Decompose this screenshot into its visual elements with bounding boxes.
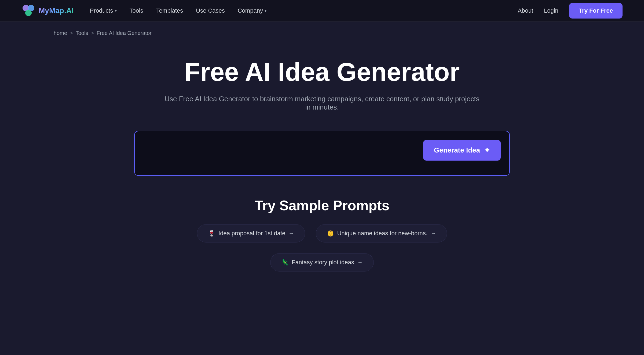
- prompt-emoji-fantasy: 🦎: [281, 259, 288, 266]
- prompt-text-names: Unique name ideas for new-borns.: [337, 230, 427, 237]
- nav-products[interactable]: Products ▾: [90, 7, 117, 14]
- sample-prompts-title: Try Sample Prompts: [255, 197, 390, 213]
- prompt-arrow-date: →: [289, 230, 294, 236]
- navbar-left: MyMap.AI Products ▾ Tools Templates Use …: [21, 4, 266, 18]
- page-subtitle: Use Free AI Idea Generator to brainstorm…: [161, 95, 483, 111]
- sparkle-icon: ✦: [484, 146, 490, 155]
- try-for-free-button[interactable]: Try For Free: [569, 3, 623, 19]
- prompt-emoji-date: 🍷: [208, 230, 215, 237]
- input-container: Generate Idea ✦: [134, 131, 510, 176]
- nav-templates[interactable]: Templates: [156, 7, 183, 14]
- breadcrumb-separator-1: >: [70, 30, 73, 36]
- logo-text: MyMap.AI: [39, 6, 74, 15]
- breadcrumb: home > Tools > Free AI Idea Generator: [0, 21, 644, 36]
- prompt-emoji-names: 👶: [327, 230, 334, 237]
- generate-button-label: Generate Idea: [434, 146, 480, 154]
- breadcrumb-current-page: Free AI Idea Generator: [97, 30, 152, 36]
- prompts-row-1: 🍷 Idea proposal for 1st date → 👶 Unique …: [197, 224, 447, 242]
- prompts-row-2: 🦎 Fantasy story plot ideas →: [270, 253, 374, 271]
- navbar-right: About Login Try For Free: [518, 3, 623, 19]
- nav-company[interactable]: Company ▾: [238, 7, 266, 14]
- logo-icon: [21, 4, 35, 18]
- main-content: Free AI Idea Generator Use Free AI Idea …: [0, 36, 644, 298]
- idea-input[interactable]: [145, 140, 423, 167]
- nav-about-link[interactable]: About: [518, 7, 533, 14]
- prompt-chip-fantasy[interactable]: 🦎 Fantasy story plot ideas →: [270, 253, 374, 271]
- prompt-text-fantasy: Fantasy story plot ideas: [292, 259, 354, 266]
- prompt-chip-date[interactable]: 🍷 Idea proposal for 1st date →: [197, 224, 305, 242]
- breadcrumb-tools-link[interactable]: Tools: [76, 30, 88, 36]
- svg-point-2: [25, 10, 32, 16]
- page-title: Free AI Idea Generator: [184, 58, 460, 86]
- breadcrumb-separator-2: >: [91, 30, 94, 36]
- nav-login-link[interactable]: Login: [544, 7, 558, 14]
- nav-links: Products ▾ Tools Templates Use Cases Com…: [90, 7, 266, 14]
- sample-prompts-section: Try Sample Prompts 🍷 Idea proposal for 1…: [134, 197, 510, 271]
- nav-use-cases[interactable]: Use Cases: [196, 7, 225, 14]
- generate-idea-button[interactable]: Generate Idea ✦: [423, 140, 501, 161]
- prompt-chip-names[interactable]: 👶 Unique name ideas for new-borns. →: [316, 224, 447, 242]
- prompt-text-date: Idea proposal for 1st date: [218, 230, 286, 237]
- breadcrumb-home-link[interactable]: home: [54, 30, 67, 36]
- chevron-down-icon-company: ▾: [265, 9, 266, 13]
- nav-tools[interactable]: Tools: [130, 7, 143, 14]
- chevron-down-icon: ▾: [115, 9, 117, 13]
- navbar: MyMap.AI Products ▾ Tools Templates Use …: [0, 0, 644, 21]
- prompt-arrow-names: →: [431, 230, 436, 236]
- logo-area[interactable]: MyMap.AI: [21, 4, 74, 18]
- prompt-arrow-fantasy: →: [357, 259, 363, 265]
